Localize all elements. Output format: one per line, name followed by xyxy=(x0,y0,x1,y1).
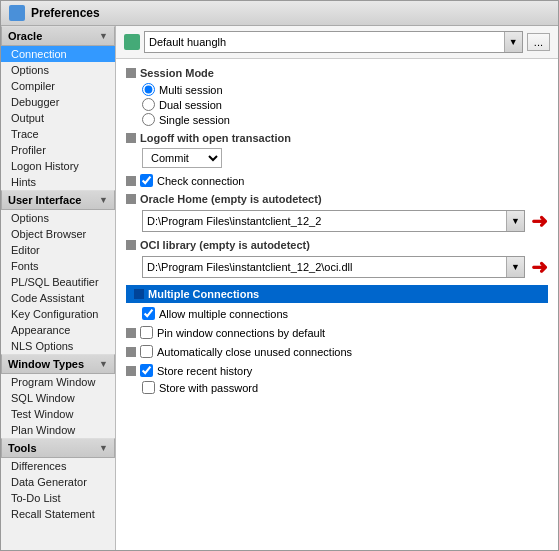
pin-window-indicator xyxy=(126,328,136,338)
oracle-items: Connection Options Compiler Debugger Out… xyxy=(1,46,115,190)
sidebar-item-plan-window[interactable]: Plan Window xyxy=(1,422,115,438)
radio-single-session-label: Single session xyxy=(159,114,230,126)
check-connection-label[interactable]: Check connection xyxy=(140,174,244,187)
oracle-home-dropdown-arrow-icon[interactable]: ▼ xyxy=(506,211,524,231)
window-types-group-header[interactable]: Window Types ▼ xyxy=(1,354,115,374)
profile-value: Default huanglh xyxy=(145,34,504,50)
sidebar-item-code-assistant[interactable]: Code Assistant xyxy=(1,290,115,306)
sidebar-item-nls-options[interactable]: NLS Options xyxy=(1,338,115,354)
check-connection-checkbox[interactable] xyxy=(140,174,153,187)
title-bar: Preferences xyxy=(1,1,558,26)
window-types-arrow-icon: ▼ xyxy=(99,359,108,369)
auto-close-checkbox[interactable] xyxy=(140,345,153,358)
oracle-home-header: Oracle Home (empty is autodetect) xyxy=(126,193,548,205)
logoff-indicator xyxy=(126,133,136,143)
sidebar-item-key-configuration[interactable]: Key Configuration xyxy=(1,306,115,322)
profile-dropdown[interactable]: Default huanglh ▼ xyxy=(144,31,523,53)
oci-library-indicator xyxy=(126,240,136,250)
sidebar-item-trace[interactable]: Trace xyxy=(1,126,115,142)
logoff-select[interactable]: Commit Rollback Ask xyxy=(142,148,222,168)
oracle-home-section: Oracle Home (empty is autodetect) D:\Pro… xyxy=(126,193,548,233)
allow-multiple-label[interactable]: Allow multiple connections xyxy=(142,307,548,320)
sidebar-item-debugger[interactable]: Debugger xyxy=(1,94,115,110)
user-interface-items: Options Object Browser Editor Fonts PL/S… xyxy=(1,210,115,354)
radio-multi-session[interactable]: Multi session xyxy=(142,83,548,96)
store-recent-text: Store recent history xyxy=(157,365,252,377)
sidebar-item-output[interactable]: Output xyxy=(1,110,115,126)
auto-close-text: Automatically close unused connections xyxy=(157,346,352,358)
store-recent-section: Store recent history Store with password xyxy=(126,364,548,394)
pin-window-label[interactable]: Pin window connections by default xyxy=(140,326,325,339)
radio-single-session-input[interactable] xyxy=(142,113,155,126)
oracle-home-arrow-icon: ➜ xyxy=(531,209,548,233)
oracle-home-dropdown[interactable]: D:\Program Files\instantclient_12_2 ▼ xyxy=(142,210,525,232)
store-recent-label[interactable]: Store recent history xyxy=(140,364,252,377)
auto-close-header: Automatically close unused connections xyxy=(126,345,548,358)
preferences-window: Preferences Oracle ▼ Connection Options … xyxy=(0,0,559,551)
more-options-button[interactable]: ... xyxy=(527,33,550,51)
pin-window-header: Pin window connections by default xyxy=(126,326,548,339)
store-recent-checkbox[interactable] xyxy=(140,364,153,377)
sidebar-item-todo-list[interactable]: To-Do List xyxy=(1,490,115,506)
oci-library-dropdown[interactable]: D:\Program Files\instantclient_12_2\oci.… xyxy=(142,256,525,278)
sidebar-item-appearance[interactable]: Appearance xyxy=(1,322,115,338)
radio-multi-session-label: Multi session xyxy=(159,84,223,96)
multiple-connections-indicator xyxy=(134,289,144,299)
sidebar-item-profiler[interactable]: Profiler xyxy=(1,142,115,158)
sidebar-item-object-browser[interactable]: Object Browser xyxy=(1,226,115,242)
sidebar-item-recall-statement[interactable]: Recall Statement xyxy=(1,506,115,522)
allow-multiple-text: Allow multiple connections xyxy=(159,308,288,320)
sidebar-item-test-window[interactable]: Test Window xyxy=(1,406,115,422)
oracle-group-header[interactable]: Oracle ▼ xyxy=(1,26,115,46)
sidebar-item-logon-history[interactable]: Logon History xyxy=(1,158,115,174)
logoff-header: Logoff with open transaction xyxy=(126,132,548,144)
pin-window-checkbox[interactable] xyxy=(140,326,153,339)
oracle-arrow-icon: ▼ xyxy=(99,31,108,41)
auto-close-label[interactable]: Automatically close unused connections xyxy=(140,345,352,358)
user-interface-group-header[interactable]: User Interface ▼ xyxy=(1,190,115,210)
oci-library-row: D:\Program Files\instantclient_12_2\oci.… xyxy=(142,255,548,279)
radio-dual-session[interactable]: Dual session xyxy=(142,98,548,111)
check-connection-section: Check connection xyxy=(126,174,548,187)
store-password-text: Store with password xyxy=(159,382,258,394)
oci-library-value: D:\Program Files\instantclient_12_2\oci.… xyxy=(143,259,506,275)
store-password-label[interactable]: Store with password xyxy=(142,381,548,394)
sidebar-item-options[interactable]: Options xyxy=(1,62,115,78)
store-recent-indicator xyxy=(126,366,136,376)
profile-dropdown-arrow-icon[interactable]: ▼ xyxy=(504,32,522,52)
sidebar-item-differences[interactable]: Differences xyxy=(1,458,115,474)
sidebar-item-sql-window[interactable]: SQL Window xyxy=(1,390,115,406)
allow-multiple-section: Allow multiple connections xyxy=(126,307,548,320)
auto-close-section: Automatically close unused connections xyxy=(126,345,548,358)
auto-close-indicator xyxy=(126,347,136,357)
profile-icon xyxy=(124,34,140,50)
allow-multiple-checkbox[interactable] xyxy=(142,307,155,320)
radio-multi-session-input[interactable] xyxy=(142,83,155,96)
oci-library-title: OCI library (empty is autodetect) xyxy=(140,239,310,251)
oci-library-dropdown-arrow-icon[interactable]: ▼ xyxy=(506,257,524,277)
radio-dual-session-input[interactable] xyxy=(142,98,155,111)
radio-single-session[interactable]: Single session xyxy=(142,113,548,126)
store-password-checkbox[interactable] xyxy=(142,381,155,394)
session-mode-header: Session Mode xyxy=(126,67,548,79)
session-mode-radio-group: Multi session Dual session Single sessio… xyxy=(142,83,548,126)
user-interface-arrow-icon: ▼ xyxy=(99,195,108,205)
window-icon xyxy=(9,5,25,21)
sidebar-item-data-generator[interactable]: Data Generator xyxy=(1,474,115,490)
sidebar: Oracle ▼ Connection Options Compiler Deb… xyxy=(1,26,116,550)
sidebar-item-ui-options[interactable]: Options xyxy=(1,210,115,226)
sidebar-item-connection[interactable]: Connection xyxy=(1,46,115,62)
sidebar-item-compiler[interactable]: Compiler xyxy=(1,78,115,94)
oracle-home-title: Oracle Home (empty is autodetect) xyxy=(140,193,322,205)
sidebar-item-editor[interactable]: Editor xyxy=(1,242,115,258)
sidebar-item-program-window[interactable]: Program Window xyxy=(1,374,115,390)
tools-group-header[interactable]: Tools ▼ xyxy=(1,438,115,458)
sidebar-item-fonts[interactable]: Fonts xyxy=(1,258,115,274)
sidebar-item-hints[interactable]: Hints xyxy=(1,174,115,190)
session-mode-title: Session Mode xyxy=(140,67,214,79)
sidebar-item-plsql-beautifier[interactable]: PL/SQL Beautifier xyxy=(1,274,115,290)
oci-library-section: OCI library (empty is autodetect) D:\Pro… xyxy=(126,239,548,279)
logoff-section: Logoff with open transaction Commit Roll… xyxy=(126,132,548,168)
oci-library-arrow-icon: ➜ xyxy=(531,255,548,279)
check-connection-indicator xyxy=(126,176,136,186)
